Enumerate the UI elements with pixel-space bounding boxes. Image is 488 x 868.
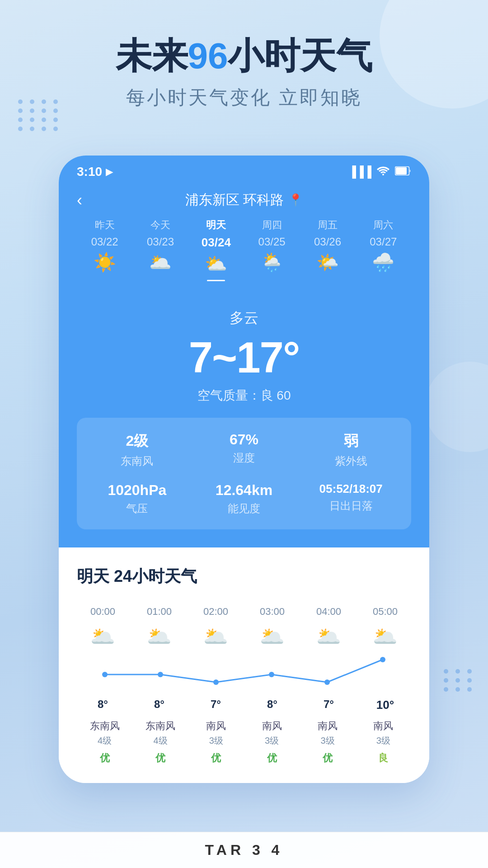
humidity-detail: 67% 湿度 [197,431,291,468]
thu-icon: 🌦️ [261,252,283,273]
hourly-section-title: 明天 24小时天气 [77,566,411,588]
location-name: 浦东新区 环科路 [185,191,284,209]
uv-label: 紫外线 [304,454,398,468]
title-highlight: 96 [188,36,228,76]
temp-labels-row: 8° 8° 7° 8° 7° 10° [77,698,411,712]
title-part2: 小时天气 [228,36,372,76]
back-button[interactable]: ‹ [77,191,82,210]
bg-circle-mid [425,362,488,452]
weather-condition: 多云 [77,308,411,328]
wind-item-2: 南风 3级 [188,719,244,747]
temp-line-chart [77,653,411,689]
pressure-detail: 1020hPa 气压 [90,482,184,516]
wind-item-4: 南风 3级 [300,719,355,747]
wind-label: 东南风 [90,454,184,468]
temp-label-1: 8° [133,698,185,712]
wifi-icon [377,165,389,178]
aqi-item-2: 优 [188,751,244,765]
hour-icon-2: 🌥️ [203,625,228,648]
day-tabs: 昨天 03/22 ☀️ 今天 03/23 🌥️ 明天 03/24 ⛅ 周四 03… [77,218,411,281]
yesterday-icon: ☀️ [94,252,116,273]
hour-icon-3: 🌥️ [260,625,285,648]
humidity-value: 67% [197,431,291,448]
fri-icon: 🌤️ [316,252,339,273]
tab-today[interactable]: 今天 03/23 🌥️ [132,218,188,281]
pressure-value: 1020hPa [90,482,184,499]
tab-tomorrow[interactable]: 明天 03/24 ⛅ [188,218,244,281]
pressure-label: 气压 [90,501,184,516]
dots-decoration-right [444,669,474,692]
status-time: 3:10 ▶ [77,165,113,179]
nav-bar: ‹ 浦东新区 环科路 📍 [77,191,411,209]
hour-item-0: 00:00 🌥️ [77,606,129,648]
temp-label-5: 10° [359,698,411,712]
phone-header: ‹ 浦东新区 环科路 📍 昨天 03/22 ☀️ 今天 03/23 🌥️ 明天 … [59,184,429,304]
tomorrow-icon: ⛅ [205,253,227,274]
humidity-label: 湿度 [197,451,291,465]
weather-main: 多云 7~17° 空气质量：良 60 2级 东南风 67% 湿度 弱 紫外线 1… [59,304,429,547]
chart-dot-5 [380,657,385,662]
hour-item-1: 01:00 🌥️ [133,606,185,648]
chart-dot-4 [324,679,330,685]
svg-rect-2 [396,167,407,175]
active-tab-indicator [207,280,225,281]
sunrise-detail: 05:52/18:07 日出日落 [304,482,398,516]
today-icon: 🌥️ [149,252,172,273]
wind-direction-row: 东南风 4级 东南风 4级 南风 3级 南风 3级 南风 3级 南风 3级 [77,719,411,747]
sat-icon: 🌧️ [372,252,394,273]
aqi-item-4: 优 [300,751,355,765]
uv-value: 弱 [304,431,398,451]
hourly-forecast: 00:00 🌥️ 01:00 🌥️ 02:00 🌥️ 03:00 🌥️ 04:0… [77,606,411,648]
hour-icon-4: 🌥️ [316,625,341,648]
chart-dot-0 [102,672,108,677]
visibility-detail: 12.64km 能见度 [197,482,291,516]
aqi-item-0: 优 [77,751,132,765]
title-part1: 未来 [116,36,188,76]
signal-icon: ▐▐▐ [348,165,371,178]
chart-dot-1 [158,672,163,677]
temp-label-3: 8° [246,698,298,712]
bottom-bar: TAR 3 4 [0,832,488,868]
tab-yesterday[interactable]: 昨天 03/22 ☀️ [77,218,132,281]
hour-item-2: 02:00 🌥️ [190,606,242,648]
dots-decoration-left [18,99,61,131]
aqi-row: 优 优 优 优 优 良 [77,751,411,765]
wind-detail: 2级 东南风 [90,431,184,468]
tab-sat[interactable]: 周六 03/27 🌧️ [356,218,411,281]
aqi-item-3: 优 [244,751,300,765]
tar-label: TAR 3 4 [205,842,283,859]
temp-label-2: 7° [190,698,242,712]
wind-value: 2级 [90,431,184,451]
chart-dot-3 [269,672,274,677]
visibility-value: 12.64km [197,482,291,499]
aqi-item-5: 良 [356,751,411,765]
sunrise-value: 05:52/18:07 [304,482,398,496]
temp-label-0: 8° [77,698,129,712]
temp-chart [77,653,411,689]
aqi-item-1: 优 [132,751,188,765]
temp-polyline [105,660,383,682]
hour-item-4: 04:00 🌥️ [303,606,355,648]
wind-item-3: 南风 3级 [244,719,300,747]
air-quality: 空气质量：良 60 [77,387,411,404]
hour-icon-0: 🌥️ [90,625,115,648]
svg-point-0 [382,174,384,175]
hour-item-5: 05:00 🌥️ [359,606,411,648]
temperature-range: 7~17° [77,333,411,382]
visibility-label: 能见度 [197,501,291,516]
battery-icon [395,165,411,178]
weather-details-grid: 2级 东南风 67% 湿度 弱 紫外线 1020hPa 气压 12.64km 能… [77,418,411,529]
temp-label-4: 7° [303,698,355,712]
location-pin-icon: 📍 [288,193,303,207]
location-arrow-icon: ▶ [106,166,113,177]
wind-item-0: 东南风 4级 [77,719,132,747]
hour-icon-1: 🌥️ [147,625,172,648]
tab-fri[interactable]: 周五 03/26 🌤️ [300,218,355,281]
uv-detail: 弱 紫外线 [304,431,398,468]
status-bar: 3:10 ▶ ▐▐▐ [59,156,429,184]
tab-thu[interactable]: 周四 03/25 🌦️ [244,218,300,281]
status-icons: ▐▐▐ [348,165,411,178]
sunrise-label: 日出日落 [304,499,398,513]
hour-icon-5: 🌥️ [373,625,398,648]
hour-item-3: 03:00 🌥️ [246,606,298,648]
